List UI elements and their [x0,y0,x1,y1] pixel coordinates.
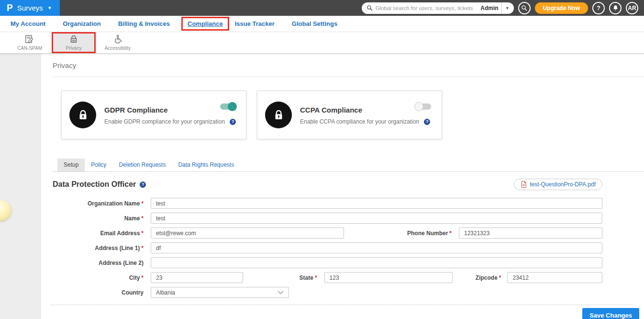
compliance-toolbar: CAN-SPAM Privacy Accessibility [0,32,644,54]
question-glyph: ? [142,182,144,187]
form-row: Address (Line 2) [53,257,602,268]
nav-compliance[interactable]: Compliance [186,20,225,27]
lock-badge [265,102,292,128]
pdf-file-name: test-QuestionPro-DPA.pdf [530,181,596,188]
required-marker: * [141,215,144,222]
global-search-input[interactable] [376,5,478,11]
help-button[interactable]: ? [592,2,605,14]
form-actions: Save Changes [53,308,639,319]
zipcode-label: Zipcode* [453,274,501,281]
topbar-actions: Admin ▾ Upgrade Now ? AR [362,0,644,16]
form-row: Country Albania [53,287,602,298]
help-icon[interactable]: ? [140,182,146,188]
required-marker: * [141,200,144,207]
city-label: City* [53,274,144,281]
card-description: Enable GDPR compliance for your organiza… [104,118,225,125]
tab-setup[interactable]: Setup [57,159,85,171]
address1-label: Address (Line 1)* [53,245,144,251]
privacy-tabs: Setup Policy Deletion Requests Data Righ… [53,159,644,172]
compliance-cards: GDPR Compliance Enable GDPR compliance f… [61,91,644,139]
required-marker: * [499,274,501,281]
nav-organization[interactable]: Organization [57,20,106,27]
save-changes-button[interactable]: Save Changes [582,308,639,319]
help-icon[interactable]: ? [424,119,430,125]
question-glyph: ? [232,119,234,124]
search-button[interactable] [518,2,531,14]
gdpr-toggle[interactable] [220,103,235,110]
country-value: Albania [156,289,175,296]
card-title: GDPR Compliance [104,106,236,114]
form-row: Address (Line 1)* [53,242,602,253]
can-spam-icon [24,34,35,44]
nav-global-settings[interactable]: Global Settings [286,20,343,27]
tab-data-rights-requests[interactable]: Data Rights Requests [172,159,240,171]
page-title: Privacy [53,61,644,69]
state-label: State* [243,274,317,281]
nav-billing-invoices[interactable]: Billing & Invoices [112,20,176,27]
city-input[interactable] [151,272,243,283]
product-name: Surveys [17,4,43,12]
email-label: Email Address* [53,230,144,237]
required-marker: * [141,230,144,237]
avatar[interactable]: AR [626,2,638,14]
toolbar-item-can-spam[interactable]: CAN-SPAM [8,32,52,53]
divider [53,77,644,77]
tab-policy[interactable]: Policy [85,159,112,171]
address2-label: Address (Line 2) [53,260,144,266]
card-title: CCPA Compliance [300,106,430,114]
search-scope-dropdown[interactable]: ▾ [505,5,512,11]
nav-issue-tracker[interactable]: Issue Tracker [229,20,280,27]
app-window: P Surveys ▾ Admin ▾ Upgrade Now ? AR M [0,0,644,319]
toggle-knob [414,102,423,111]
toggle-knob [228,102,237,111]
main-nav: My Account Organization Billing & Invoic… [0,16,644,32]
ccpa-toggle[interactable] [416,103,431,110]
accessibility-icon [113,34,123,44]
toolbar-item-label: CAN-SPAM [17,46,42,51]
questionpro-logo: P [7,2,13,13]
product-switcher[interactable]: P Surveys ▾ [0,0,60,16]
required-marker: * [315,274,317,281]
global-search: Admin ▾ [362,2,514,14]
country-select[interactable]: Albania [151,287,289,298]
question-glyph: ? [426,119,429,124]
help-icon[interactable]: ? [230,119,236,125]
lock-icon [77,109,89,122]
name-input[interactable] [151,213,602,224]
required-marker: * [141,274,144,281]
organization-name-label: Organization Name* [53,200,144,207]
feedback-orb[interactable] [0,200,11,220]
email-input[interactable] [151,228,344,239]
lock-icon [69,34,78,44]
toolbar-item-privacy[interactable]: Privacy [52,32,96,53]
form-row: Name* [53,213,602,224]
phone-input[interactable] [459,228,602,239]
lock-icon [272,109,285,122]
name-label: Name* [53,215,144,222]
address1-input[interactable] [151,242,602,253]
state-input[interactable] [324,272,453,283]
zipcode-input[interactable] [507,272,602,283]
section-header: Data Protection Officer ? test-QuestionP… [53,179,602,190]
caret-down-icon: ▾ [506,5,509,11]
divider [501,3,502,13]
lock-badge [69,102,96,128]
card-texts: GDPR Compliance Enable GDPR compliance f… [104,105,236,125]
card-texts: CCPA Compliance Enable CCPA compliance f… [300,105,430,125]
dpa-pdf-button[interactable]: test-QuestionPro-DPA.pdf [514,179,602,190]
search-icon [366,5,373,11]
tab-deletion-requests[interactable]: Deletion Requests [112,159,172,171]
nav-my-account[interactable]: My Account [5,20,51,27]
caret-down-icon: ▾ [48,5,51,11]
organization-name-input[interactable] [151,198,602,209]
notifications-button[interactable] [609,2,622,14]
toolbar-item-label: Privacy [66,46,82,51]
toolbar-item-label: Accessibility [105,46,131,51]
form-row: City* State* Zipcode* [53,272,602,283]
address2-input[interactable] [151,257,602,268]
toolbar-item-accessibility[interactable]: Accessibility [96,32,140,53]
search-icon [521,5,527,11]
upgrade-now-button[interactable]: Upgrade Now [535,2,588,14]
required-marker: * [449,230,452,237]
card-description: Enable CCPA compliance for your organiza… [300,118,419,125]
